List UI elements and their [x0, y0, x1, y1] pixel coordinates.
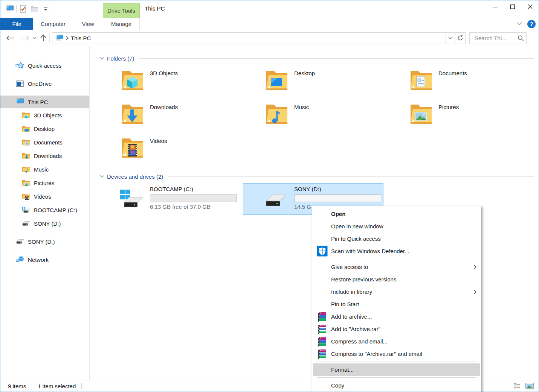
tab-file[interactable]: File	[0, 18, 33, 30]
drive-usage-bar	[294, 194, 381, 202]
address-bar-row: This PC	[0, 30, 539, 46]
address-bar[interactable]: This PC	[52, 32, 466, 44]
breadcrumb-location[interactable]: This PC	[71, 35, 91, 41]
sidebar-item-label: Desktop	[34, 126, 55, 132]
customize-qat-button[interactable]	[40, 4, 51, 14]
back-arrow-icon	[6, 35, 14, 41]
folder-3d-objects-icon	[121, 69, 145, 93]
sidebar-item-sony-d[interactable]: SONY (D:)	[0, 217, 89, 230]
menu-item-add-to-archive-rar[interactable]: Add to "Archive.rar"	[313, 323, 480, 335]
drive-name: SONY (D:)	[294, 186, 321, 192]
close-button[interactable]	[521, 0, 539, 13]
sidebar-item-3d-objects[interactable]: 3D Objects	[0, 108, 89, 122]
items-count: 9 items	[8, 383, 26, 389]
drive-tools-contextual-tab[interactable]: Drive Tools	[103, 3, 140, 18]
new-folder-button[interactable]	[29, 4, 40, 14]
navigation-pane: Quick access OneDrive	[0, 46, 90, 380]
collapse-chevron-icon[interactable]	[99, 175, 105, 178]
quick-access-star-icon	[15, 61, 24, 70]
details-view-button[interactable]	[512, 382, 521, 390]
expand-ribbon-button[interactable]	[515, 20, 524, 28]
sidebar-item-documents[interactable]: Documents	[0, 135, 89, 149]
this-pc-icon	[5, 5, 14, 13]
search-box	[469, 32, 527, 44]
menu-item-include-in-library[interactable]: Include in library	[313, 286, 480, 298]
menu-item-format[interactable]: Format...	[313, 363, 480, 376]
tab-view[interactable]: View	[73, 18, 103, 30]
collapse-chevron-icon[interactable]	[99, 57, 105, 60]
breadcrumb[interactable]: This PC	[52, 33, 445, 44]
menu-item-compress-and-email[interactable]: Compress and email...	[313, 335, 480, 348]
back-button[interactable]	[5, 33, 15, 43]
menu-item-add-to-archive[interactable]: Add to archive...	[313, 310, 480, 323]
help-button[interactable]: ?	[527, 20, 536, 28]
folder-tile-music[interactable]: Music	[243, 101, 383, 131]
folders-section-header: Folders (7)	[99, 55, 534, 62]
menu-item-label: Restore previous versions	[331, 276, 396, 283]
this-pc-button[interactable]	[4, 4, 15, 14]
maximize-button[interactable]	[504, 0, 521, 13]
sidebar-item-desktop[interactable]: Desktop	[0, 122, 89, 135]
selection-count: 1 item selected	[38, 383, 76, 389]
menu-item-pin-to-start[interactable]: Pin to Start	[313, 298, 480, 310]
folder-videos-icon	[121, 137, 145, 161]
details-view-icon	[514, 383, 520, 389]
sidebar-item-videos[interactable]: Videos	[0, 190, 89, 203]
forward-button[interactable]	[20, 33, 31, 43]
sidebar-item-label: Pictures	[34, 180, 54, 186]
folder-tile-documents[interactable]: Documents	[387, 67, 528, 97]
section-title[interactable]: Folders (7)	[107, 55, 134, 62]
thumbnail-view-button[interactable]	[525, 382, 534, 390]
sidebar-item-music[interactable]: Music	[0, 163, 89, 176]
new-folder-icon	[30, 5, 38, 13]
minimize-button[interactable]	[487, 0, 504, 13]
folder-tile-downloads[interactable]: Downloads	[99, 101, 239, 131]
folder-downloads-icon	[121, 103, 145, 127]
sidebar-item-this-pc[interactable]: This PC	[0, 96, 89, 108]
sidebar-item-onedrive[interactable]: OneDrive	[0, 77, 89, 90]
up-button[interactable]	[38, 33, 49, 43]
menu-item-label: Open in new window	[331, 223, 383, 229]
tab-computer[interactable]: Computer	[33, 18, 73, 30]
sidebar-item-quick-access[interactable]: Quick access	[0, 59, 89, 72]
sidebar-item-sony-d-root[interactable]: SONY (D:)	[0, 235, 89, 248]
tab-manage[interactable]: Manage	[103, 18, 140, 30]
menu-item-label: Compress and email...	[331, 338, 388, 345]
sidebar-item-bootcamp-c[interactable]: BOOTCAMP (C:)	[0, 203, 89, 217]
menu-item-label: Pin to Quick access	[331, 236, 381, 242]
sidebar-item-label: SONY (D:)	[34, 220, 61, 227]
menu-item-open-in-new-window[interactable]: Open in new window	[313, 220, 480, 232]
recent-locations-button[interactable]	[31, 33, 38, 43]
menu-item-compress-to-archive-rar-and-email[interactable]: Compress to "Archive.rar" and email	[313, 348, 480, 360]
menu-item-scan-with-defender[interactable]: Scan with Windows Defender...	[313, 245, 480, 257]
help-icon: ?	[530, 21, 533, 27]
search-icon[interactable]	[518, 35, 524, 41]
drive-tile-bootcamp-c[interactable]: BOOTCAMP (C:) 6.13 GB free of 37.0 GB	[99, 183, 239, 215]
thumbnail-view-icon	[525, 383, 534, 389]
address-dropdown-button[interactable]	[445, 33, 455, 44]
sidebar-item-pictures[interactable]: Pictures	[0, 176, 89, 190]
sidebar-item-label: Quick access	[28, 62, 61, 69]
folder-tile-desktop[interactable]: Desktop	[243, 67, 383, 97]
winrar-icon	[315, 324, 331, 334]
search-input[interactable]	[470, 33, 515, 44]
section-title[interactable]: Devices and drives (2)	[107, 173, 163, 180]
file-explorer-window: Drive Tools This PC File Computer	[0, 0, 539, 392]
refresh-button[interactable]	[455, 33, 465, 44]
sidebar-item-network[interactable]: Network	[0, 253, 89, 266]
folder-tile-pictures[interactable]: Pictures	[387, 101, 528, 131]
section-rule	[168, 176, 534, 177]
sidebar-item-label: 3D Objects	[34, 112, 62, 119]
menu-separator	[317, 377, 476, 378]
folder-tile-videos[interactable]: Videos	[99, 135, 239, 165]
sidebar-item-label: SONY (D:)	[28, 239, 55, 245]
sidebar-item-downloads[interactable]: Downloads	[0, 149, 89, 163]
menu-item-open[interactable]: Open	[313, 208, 480, 220]
breadcrumb-chevron[interactable]	[64, 35, 71, 41]
menu-item-give-access-to[interactable]: Give access to	[313, 261, 480, 273]
folder-tile-3d-objects[interactable]: 3D Objects	[99, 67, 239, 97]
menu-item-copy[interactable]: Copy	[313, 379, 480, 392]
properties-button[interactable]	[17, 4, 29, 14]
menu-item-pin-to-quick-access[interactable]: Pin to Quick access	[313, 232, 480, 245]
menu-item-restore-previous-versions[interactable]: Restore previous versions	[313, 273, 480, 286]
